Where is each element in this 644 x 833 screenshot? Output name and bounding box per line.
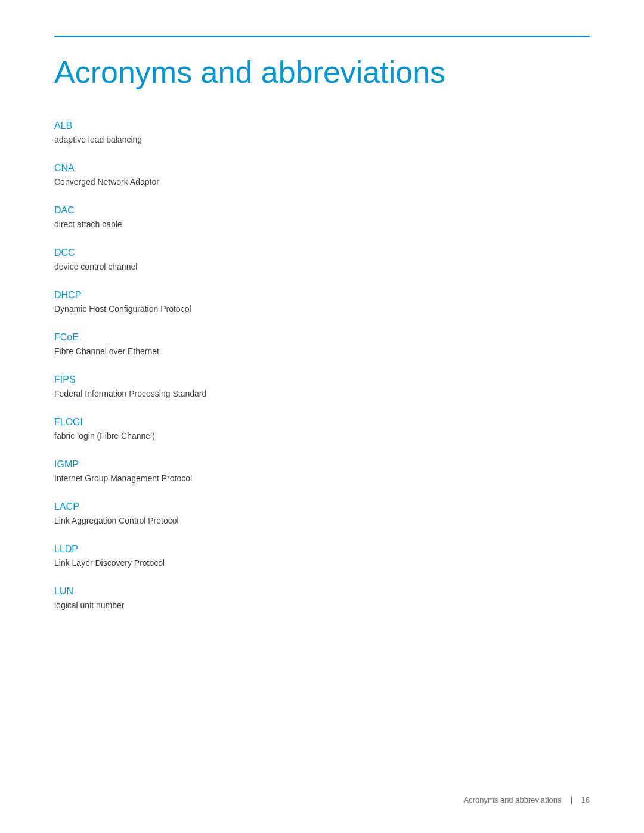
acronym-definition: Internet Group Management Protocol xyxy=(54,472,590,485)
list-item: DACdirect attach cable xyxy=(54,205,590,231)
list-item: FCoEFibre Channel over Ethernet xyxy=(54,332,590,358)
acronym-list: ALBadaptive load balancingCNAConverged N… xyxy=(54,120,590,628)
list-item: ALBadaptive load balancing xyxy=(54,120,590,146)
page-container: Acronyms and abbreviations ALBadaptive l… xyxy=(0,0,644,676)
acronym-definition: Link Layer Discovery Protocol xyxy=(54,557,590,569)
list-item: FLOGIfabric login (Fibre Channel) xyxy=(54,417,590,442)
acronym-definition: Dynamic Host Configuration Protocol xyxy=(54,303,590,315)
page-footer: Acronyms and abbreviations 16 xyxy=(464,795,590,804)
top-rule xyxy=(54,36,590,37)
acronym-term: LACP xyxy=(54,501,590,512)
acronym-definition: logical unit number xyxy=(54,599,590,612)
acronym-definition: Link Aggregation Control Protocol xyxy=(54,515,590,527)
acronym-term: ALB xyxy=(54,120,590,131)
acronym-term: LLDP xyxy=(54,544,590,555)
acronym-term: DAC xyxy=(54,205,590,216)
acronym-term: FCoE xyxy=(54,332,590,343)
acronym-term: FLOGI xyxy=(54,417,590,428)
acronym-definition: Federal Information Processing Standard xyxy=(54,388,590,400)
list-item: DHCPDynamic Host Configuration Protocol xyxy=(54,290,590,315)
acronym-term: LUN xyxy=(54,586,590,597)
list-item: CNAConverged Network Adaptor xyxy=(54,163,590,188)
footer-page-number: 16 xyxy=(581,795,590,804)
acronym-term: DCC xyxy=(54,247,590,258)
acronym-term: DHCP xyxy=(54,290,590,301)
acronym-term: FIPS xyxy=(54,374,590,385)
list-item: LLDPLink Layer Discovery Protocol xyxy=(54,544,590,569)
acronym-definition: fabric login (Fibre Channel) xyxy=(54,430,590,442)
page-title: Acronyms and abbreviations xyxy=(54,54,590,91)
list-item: LUNlogical unit number xyxy=(54,586,590,612)
acronym-definition: device control channel xyxy=(54,261,590,273)
list-item: FIPSFederal Information Processing Stand… xyxy=(54,374,590,400)
list-item: LACPLink Aggregation Control Protocol xyxy=(54,501,590,527)
acronym-definition: Converged Network Adaptor xyxy=(54,176,590,188)
acronym-definition: direct attach cable xyxy=(54,218,590,231)
footer-separator xyxy=(571,796,572,804)
footer-label: Acronyms and abbreviations xyxy=(464,795,562,804)
acronym-term: IGMP xyxy=(54,459,590,470)
list-item: IGMPInternet Group Management Protocol xyxy=(54,459,590,485)
acronym-term: CNA xyxy=(54,163,590,174)
acronym-definition: adaptive load balancing xyxy=(54,134,590,146)
acronym-definition: Fibre Channel over Ethernet xyxy=(54,345,590,358)
list-item: DCCdevice control channel xyxy=(54,247,590,273)
